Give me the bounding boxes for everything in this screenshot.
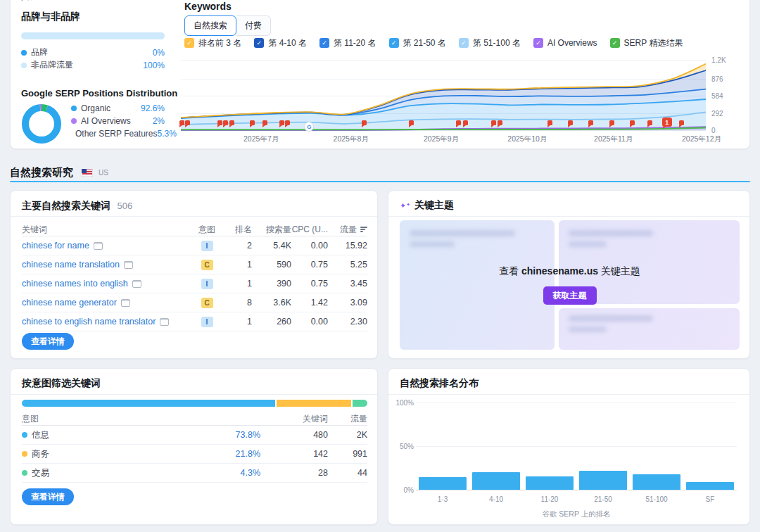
ai-overviews-value[interactable]: 2% — [153, 116, 165, 126]
note-flag-icon[interactable] — [285, 120, 290, 125]
intent-label: 商务 — [32, 448, 49, 460]
serp-preview-icon[interactable] — [121, 299, 130, 307]
intent-pct-link[interactable]: 21.8% — [236, 449, 260, 459]
checkbox-icon[interactable]: ✓ — [184, 38, 194, 48]
serp-preview-icon[interactable] — [160, 318, 169, 326]
brand-value[interactable]: 0% — [153, 48, 165, 58]
note-flag-icon[interactable] — [463, 120, 468, 125]
intent-pct-link[interactable]: 4.3% — [241, 468, 261, 478]
col-cpc[interactable]: CPC (U... — [291, 224, 328, 234]
intent-badge[interactable]: C — [201, 298, 213, 308]
view-details-button[interactable]: 查看详情 — [22, 488, 74, 505]
keyword-link[interactable]: chinese name translation — [22, 260, 120, 270]
filter-checkbox-0[interactable]: ✓排名前 3 名 — [184, 37, 241, 49]
note-flag-icon[interactable] — [409, 120, 414, 125]
checkbox-icon[interactable]: ✓ — [533, 38, 543, 48]
keyword-link[interactable]: chinese for name — [22, 241, 89, 251]
dashboard-page: 其他 2.6K 133 品牌与非品牌 品牌 0% 非品牌流量 100% Goog… — [0, 0, 760, 532]
filter-label: 第 11-20 名 — [334, 37, 376, 49]
note-flag-icon[interactable] — [588, 120, 593, 125]
checkbox-icon[interactable]: ✓ — [389, 38, 399, 48]
notes-count-badge[interactable]: 1 — [662, 118, 672, 127]
col-traffic[interactable]: 流量 — [328, 224, 367, 236]
note-flag-icon[interactable] — [547, 120, 552, 125]
intent-pct-link[interactable]: 73.8% — [236, 430, 260, 440]
organic-value[interactable]: 92.6% — [141, 103, 165, 113]
intent-badge[interactable]: I — [201, 279, 213, 289]
keyword-link[interactable]: chinese name generator — [22, 298, 117, 308]
pos-bar-SF[interactable] — [686, 482, 734, 490]
note-flag-icon[interactable] — [250, 120, 255, 125]
nonbrand-value[interactable]: 100% — [143, 61, 165, 70]
filter-checkbox-3[interactable]: ✓第 21-50 名 — [389, 37, 446, 49]
tab-organic[interactable]: 自然搜索 — [184, 15, 236, 36]
note-flag-icon[interactable] — [262, 120, 267, 125]
note-flag-icon[interactable] — [185, 120, 190, 125]
tab-paid[interactable]: 付费 — [236, 15, 271, 36]
keywords-trend-chart: G1 — [181, 60, 706, 130]
col-intent[interactable]: 意图 — [193, 224, 221, 236]
keyword-link[interactable]: chinese to english name translator — [22, 317, 156, 327]
note-flag-icon[interactable] — [362, 120, 367, 125]
month-label: 2025年9月 — [424, 134, 459, 144]
note-flag-icon[interactable] — [179, 120, 184, 125]
pos-y-tick: 0% — [394, 486, 414, 494]
col-rank[interactable]: 排名 — [221, 224, 252, 236]
top-keywords-title: 主要自然搜索关键词 — [22, 200, 110, 211]
col-intent: 意图 — [22, 413, 218, 425]
filter-checkbox-5[interactable]: ✓AI Overviews — [533, 38, 597, 48]
note-flag-icon[interactable] — [456, 120, 461, 125]
get-topics-button[interactable]: 获取主题 — [543, 286, 597, 305]
col-volume[interactable]: 搜索量 — [252, 224, 291, 236]
filter-checkbox-2[interactable]: ✓第 11-20 名 — [319, 37, 376, 49]
sort-icon[interactable] — [360, 227, 367, 232]
other-serp-value[interactable]: 5.3% — [158, 129, 177, 139]
view-details-button[interactable]: 查看详情 — [22, 333, 74, 350]
intent-bar-segment-0[interactable] — [22, 400, 275, 407]
col-keyword[interactable]: 关键词 — [22, 224, 193, 236]
pos-bar-21-50[interactable] — [579, 471, 627, 490]
y-tick-label: 1.2K — [711, 56, 726, 64]
checkbox-icon[interactable]: ✓ — [319, 38, 329, 48]
note-flag-icon[interactable] — [609, 120, 614, 125]
note-flag-icon[interactable] — [679, 120, 684, 125]
filter-checkbox-4[interactable]: ✓第 51-100 名 — [459, 37, 521, 49]
brand-dot — [21, 50, 27, 56]
section-country: US — [99, 169, 108, 177]
intent-bar-segment-1[interactable] — [277, 400, 351, 407]
filter-checkbox-6[interactable]: ✓SERP 精选结果 — [610, 37, 683, 49]
filter-checkbox-1[interactable]: ✓第 4-10 名 — [254, 37, 307, 49]
intent-bar-segment-2[interactable] — [353, 400, 367, 407]
checkbox-icon[interactable]: ✓ — [254, 38, 264, 48]
intent-badge[interactable]: I — [201, 241, 213, 251]
intent-keywords: 480 — [260, 430, 328, 440]
pos-bar-51-100[interactable] — [633, 474, 680, 490]
intent-table-body: 信息 73.8% 480 2K 商务 21.8% 142 991 交易 4.3%… — [22, 425, 367, 483]
col-traffic: 流量 — [328, 413, 367, 425]
note-flag-icon[interactable] — [223, 120, 228, 125]
checkbox-icon[interactable]: ✓ — [610, 38, 620, 48]
note-flag-icon[interactable] — [217, 120, 222, 125]
note-flag-icon[interactable] — [568, 120, 573, 125]
intent-traffic: 2K — [328, 430, 367, 440]
serp-preview-icon[interactable] — [132, 280, 141, 288]
google-update-note[interactable]: G — [304, 122, 314, 132]
serp-preview-icon[interactable] — [124, 261, 133, 269]
pos-bar-4-10[interactable] — [472, 472, 520, 490]
pos-bar-11-20[interactable] — [526, 476, 574, 490]
serp-preview-icon[interactable] — [94, 242, 103, 250]
intent-badge[interactable]: C — [201, 260, 213, 270]
cpc-cell: 0.00 — [291, 317, 328, 327]
intent-badge[interactable]: I — [201, 317, 213, 327]
legend-other-serp: Other SERP Features 5.3% — [71, 129, 165, 139]
checkbox-icon[interactable]: ✓ — [459, 38, 469, 48]
note-flag-icon[interactable] — [498, 120, 502, 125]
pos-bar-1-3[interactable] — [419, 477, 467, 490]
ai-overviews-label: AI Overviews — [81, 116, 131, 126]
note-flag-icon[interactable] — [647, 120, 652, 125]
keyword-link[interactable]: chinese names into english — [22, 279, 128, 289]
note-flag-icon[interactable] — [279, 120, 284, 125]
note-flag-icon[interactable] — [491, 120, 496, 125]
note-flag-icon[interactable] — [229, 120, 234, 125]
note-flag-icon[interactable] — [630, 120, 635, 125]
